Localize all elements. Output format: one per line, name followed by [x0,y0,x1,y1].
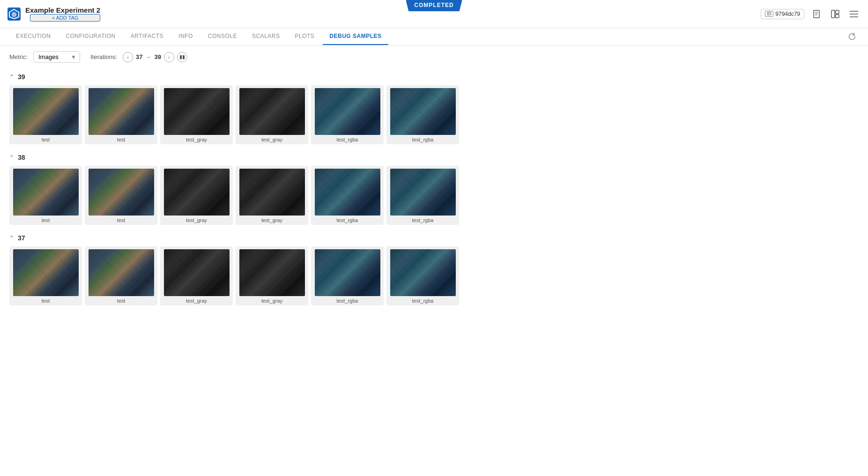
list-item[interactable]: test_gray [160,246,233,305]
add-tag-button[interactable]: + ADD TAG [30,14,100,22]
next-iteration-button[interactable]: › [164,52,174,62]
image-label: test_rgba [337,217,358,223]
image-thumbnail [239,249,305,296]
image-label: test_rgba [412,298,434,304]
header-right: ID 9794dc79 [761,7,861,21]
image-label: test [117,217,126,223]
image-label: test [117,298,126,304]
list-item[interactable]: test_rgba [311,85,384,144]
tab-configuration[interactable]: CONFIGURATION [59,28,122,45]
experiment-info: Example Experiment 2 + ADD TAG [25,6,100,22]
menu-icon-button[interactable] [847,7,861,21]
tab-debug-samples[interactable]: DEBUG SAMPLES [323,28,388,45]
list-item[interactable]: test_rgba [311,246,384,305]
list-item[interactable]: test [9,166,82,225]
id-value: 9794dc79 [775,11,800,17]
document-icon-button[interactable] [810,7,823,21]
metric-select[interactable]: Images [33,51,80,63]
tab-scalars[interactable]: SCALARS [245,28,287,45]
experiment-title: Example Experiment 2 [25,6,100,14]
svg-rect-9 [836,15,839,18]
image-thumbnail [164,88,230,135]
iteration-range-icon: ↔ [146,53,152,60]
stop-iteration-button[interactable]: ▮▮ [177,52,187,62]
iteration-number-37: 37 [18,234,25,242]
logo-icon [7,7,21,21]
list-item[interactable]: test_rgba [311,166,384,225]
svg-rect-7 [831,10,835,18]
image-label: test [42,137,50,142]
list-item[interactable]: test_gray [160,85,233,144]
image-label: test_rgba [337,137,358,142]
metric-select-wrapper: Images ▼ [33,51,80,63]
iteration-group-38: ⌃ 38 test test test_gray test_gray t [9,154,859,225]
image-thumbnail [390,249,456,296]
svg-rect-3 [814,10,819,18]
nav-tabs: EXECUTION CONFIGURATION ARTIFACTS INFO C… [0,28,868,45]
image-thumbnail [390,169,456,216]
image-thumbnail [164,249,230,296]
image-grid-39: test test test_gray test_gray test_rgba … [9,85,859,144]
iteration-header-38[interactable]: ⌃ 38 [9,154,859,161]
list-item[interactable]: test_gray [236,166,308,225]
image-label: test_rgba [412,137,434,142]
image-thumbnail [315,249,380,296]
image-thumbnail [239,169,305,216]
image-grid-38: test test test_gray test_gray test_rgba … [9,166,859,225]
content: ⌃ 39 test test test_gray test_gray t [0,68,868,324]
list-item[interactable]: test_rgba [386,166,459,225]
image-thumbnail [13,88,79,135]
id-badge: ID 9794dc79 [761,9,804,19]
list-item[interactable]: test [85,166,157,225]
list-item[interactable]: test_gray [236,85,308,144]
iteration-number-39: 39 [18,73,25,81]
layout-icon-button[interactable] [829,7,842,21]
prev-iteration-button[interactable]: ‹ [123,52,133,62]
iteration-from: 37 [136,53,142,60]
completed-banner: COMPLETED [406,0,462,11]
list-item[interactable]: test [9,85,82,144]
image-label: test_gray [186,137,207,142]
image-thumbnail [390,88,456,135]
tab-info[interactable]: INFO [172,28,200,45]
list-item[interactable]: test [85,85,157,144]
metric-label: Metric: [9,53,28,60]
image-label: test [42,298,50,304]
tab-artifacts[interactable]: ARTIFACTS [124,28,170,45]
image-label: test_gray [261,217,282,223]
toolbar: Metric: Images ▼ Iterations: ‹ 37 ↔ 39 ›… [0,45,868,68]
chevron-icon-38: ⌃ [9,154,14,161]
image-thumbnail [315,169,380,216]
tab-plots[interactable]: PLOTS [288,28,321,45]
image-label: test [117,137,126,142]
iteration-header-37[interactable]: ⌃ 37 [9,234,859,242]
iteration-header-39[interactable]: ⌃ 39 [9,73,859,81]
tab-execution[interactable]: EXECUTION [9,28,58,45]
image-label: test_gray [186,298,207,304]
iteration-group-39: ⌃ 39 test test test_gray test_gray t [9,73,859,144]
chevron-icon-39: ⌃ [9,74,14,80]
list-item[interactable]: test_gray [160,166,233,225]
tab-console[interactable]: CONSOLE [201,28,244,45]
iteration-number-38: 38 [18,154,25,161]
list-item[interactable]: test_gray [236,246,308,305]
image-thumbnail [89,249,154,296]
iterations-nav: ‹ 37 ↔ 39 › ▮▮ [123,52,187,62]
list-item[interactable]: test [85,246,157,305]
image-thumbnail [89,169,154,216]
image-label: test [42,217,50,223]
image-label: test_rgba [412,217,434,223]
image-thumbnail [239,88,305,135]
list-item[interactable]: test [9,246,82,305]
image-label: test_rgba [337,298,358,304]
image-thumbnail [315,88,380,135]
image-thumbnail [13,249,79,296]
list-item[interactable]: test_rgba [386,85,459,144]
image-label: test_gray [261,137,282,142]
id-label: ID [765,11,773,17]
nav-right [846,30,859,43]
image-label: test_gray [186,217,207,223]
image-thumbnail [164,169,230,216]
refresh-icon-button[interactable] [846,30,859,43]
list-item[interactable]: test_rgba [386,246,459,305]
